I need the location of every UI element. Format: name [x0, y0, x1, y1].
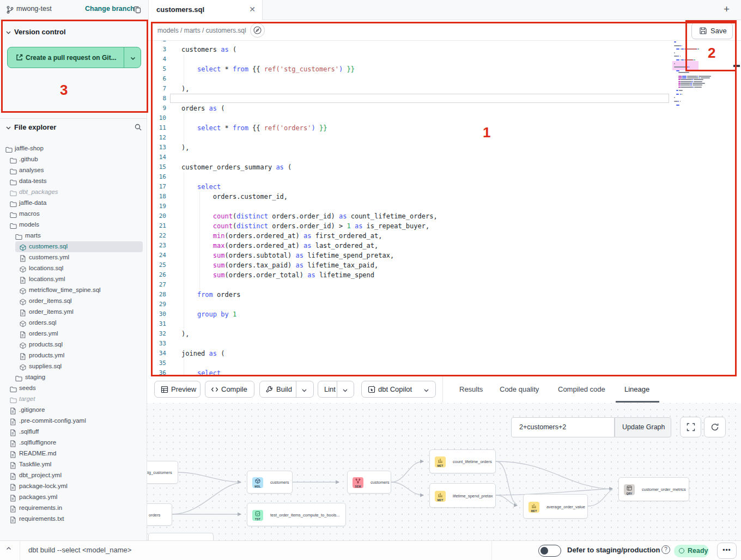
copy-icon[interactable]: [133, 5, 141, 14]
code-editor[interactable]: 1234567891011121314151617181920212223242…: [147, 41, 741, 375]
defer-toggle[interactable]: [538, 545, 561, 557]
lint-button[interactable]: Lint: [318, 381, 354, 398]
save-button[interactable]: Save: [691, 22, 733, 39]
code-line-22: min(orders.ordered_at) as first_ordered_…: [181, 231, 382, 241]
file-explorer-chevron-icon[interactable]: [5, 125, 11, 130]
tree-item-requirements-txt[interactable]: requirements.txt: [0, 514, 147, 525]
search-icon[interactable]: [134, 123, 142, 131]
tree-item-products-yml[interactable]: products.yml: [0, 350, 147, 361]
tree-item-macros[interactable]: macros: [0, 209, 147, 220]
file-icon: [10, 516, 16, 526]
lineage-node-stg-customers[interactable]: MDLstg_customers: [147, 461, 178, 484]
update-graph-button[interactable]: Update Graph: [615, 417, 671, 437]
copilot-dropdown-chevron-icon[interactable]: [423, 387, 429, 393]
version-control-chevron-icon[interactable]: [5, 29, 11, 35]
tree-item-products-sql[interactable]: products.sql: [0, 339, 147, 350]
build-dropdown-chevron-icon[interactable]: [301, 387, 307, 393]
dbt-copilot-button[interactable]: dbt Copilot: [361, 381, 436, 398]
tree-item-orders-yml[interactable]: orders.yml: [0, 328, 147, 339]
tree-item-requirements-in[interactable]: requirements.in: [0, 503, 147, 514]
tree-item-jaffle-shop[interactable]: jaffle-shop: [0, 143, 147, 154]
tree-item--github[interactable]: .github: [0, 154, 147, 165]
lineage-node-orders[interactable]: MDLorders: [147, 503, 172, 526]
tab-code-quality[interactable]: Code quality: [500, 385, 539, 393]
tree-item-dbt-packages[interactable]: dbt_packages: [0, 187, 147, 198]
tree-item-marts[interactable]: marts: [0, 230, 147, 241]
tree-item-supplies-sql[interactable]: supplies.sql: [0, 361, 147, 372]
tree-item-data-tests[interactable]: data-tests: [0, 176, 147, 187]
compass-button[interactable]: [250, 23, 265, 38]
active-line-indicator: [170, 94, 669, 103]
tab-results[interactable]: Results: [459, 385, 483, 393]
tree-item-locations-sql[interactable]: locations.sql: [0, 263, 147, 274]
preview-button[interactable]: Preview: [154, 381, 201, 398]
tab-compiled-code[interactable]: Compiled code: [558, 385, 605, 393]
lineage-search-input[interactable]: 2+customers+2: [511, 417, 615, 437]
tree-item-label: customers.sql: [29, 243, 68, 249]
code-line-34: joined as (: [181, 349, 224, 358]
statusbar-expand-icon[interactable]: [5, 545, 12, 552]
pr-button-label: Create a pull request on Git...: [26, 54, 117, 62]
lineage-node-lifetime-spend-pretax[interactable]: METlifetime_spend_pretax: [429, 483, 496, 508]
version-control-header[interactable]: Version control: [14, 28, 66, 36]
tree-item--sqlfluff[interactable]: .sqlfluff: [0, 427, 147, 437]
tree-item-locations-yml[interactable]: locations.yml: [0, 274, 147, 285]
tree-item-package-lock-yml[interactable]: package-lock.yml: [0, 481, 147, 492]
tree-item-dbt-project-yml[interactable]: dbt_project.yml: [0, 470, 147, 481]
refresh-button[interactable]: [704, 417, 726, 437]
tree-item-order-items-yml[interactable]: order_items.yml: [0, 307, 147, 318]
more-options-button[interactable]: •••: [717, 543, 737, 559]
tree-item-label: models: [19, 221, 39, 228]
tab-customers-sql[interactable]: customers.sql ✕: [148, 0, 263, 20]
line-number: 21: [147, 221, 166, 231]
lineage-node-customers[interactable]: SEMcustomers: [347, 471, 391, 494]
fullscreen-button[interactable]: [680, 417, 701, 437]
tree-item-orders-sql[interactable]: orders.sql: [0, 318, 147, 328]
tree-item-models[interactable]: models: [0, 220, 147, 230]
tree-item-target[interactable]: target: [0, 394, 147, 405]
file-explorer-header[interactable]: File explorer: [14, 123, 56, 131]
build-button[interactable]: Build: [259, 381, 314, 398]
pr-dropdown-chevron-icon[interactable]: [130, 55, 136, 62]
dbt-ide-app: mwong-test Change branch customers.sql ✕…: [0, 0, 741, 560]
tree-item-seeds[interactable]: seeds: [0, 383, 147, 394]
code-line-23: max(orders.ordered_at) as last_ordered_a…: [181, 241, 378, 251]
qry-node-icon: QRY: [624, 484, 635, 495]
tree-item-customers-sql[interactable]: customers.sql: [0, 241, 147, 252]
command-text[interactable]: dbt build --select <model_name>: [28, 546, 131, 554]
tree-item-customers-yml[interactable]: customers.yml: [0, 252, 147, 263]
lineage-node-customers[interactable]: MDLcustomers: [247, 471, 293, 494]
lineage-node-average-order-value[interactable]: METaverage_order_value: [523, 494, 588, 519]
code-line-9: orders as (: [181, 104, 224, 113]
code-line-26: sum(orders.order_total) as lifetime_spen…: [181, 270, 374, 280]
lineage-node-customer-order-metrics[interactable]: QRYcustomer_order_metrics: [618, 477, 689, 501]
met-node-icon: MET: [529, 502, 539, 513]
tree-item--pre-commit-config-yaml[interactable]: .pre-commit-config.yaml: [0, 416, 147, 427]
change-branch-link[interactable]: Change branch: [85, 5, 135, 13]
tab-close-icon[interactable]: ✕: [249, 5, 256, 14]
tree-item-metricflow-time-spine-sql[interactable]: metricflow_time_spine.sql: [0, 285, 147, 296]
lineage-node-partial[interactable]: [148, 533, 214, 540]
minimap[interactable]: [672, 41, 716, 109]
code-line-7: ),: [181, 84, 189, 94]
new-tab-icon[interactable]: +: [724, 3, 730, 15]
lineage-node-label: customers: [270, 480, 289, 485]
tree-item--gitignore[interactable]: .gitignore: [0, 405, 147, 416]
compile-button[interactable]: Compile: [205, 381, 254, 398]
lineage-node-test-order-items-compute-to-bools-[interactable]: TSTtest_order_items_compute_to_bools...: [247, 503, 346, 526]
tree-item-analyses[interactable]: analyses: [0, 165, 147, 176]
tree-item-packages-yml[interactable]: packages.yml: [0, 492, 147, 503]
tree-item-staging[interactable]: staging: [0, 372, 147, 383]
tree-item-readme-md[interactable]: README.md: [0, 448, 147, 459]
lint-dropdown-chevron-icon[interactable]: [342, 387, 348, 393]
tab-lineage[interactable]: Lineage: [624, 385, 649, 393]
tree-item-jaffle-data[interactable]: jaffle-data: [0, 198, 147, 209]
tree-item-taskfile-yml[interactable]: Taskfile.yml: [0, 459, 147, 470]
tst-node-icon: TST: [252, 510, 263, 521]
external-link-icon: [15, 53, 23, 62]
create-pull-request-button[interactable]: Create a pull request on Git...: [7, 47, 141, 68]
help-icon[interactable]: ?: [661, 545, 670, 554]
lineage-node-count-lifetime-orders[interactable]: METcount_lifetime_orders: [429, 449, 496, 473]
tree-item-order-items-sql[interactable]: order_items.sql: [0, 296, 147, 307]
tree-item--sqlfluffignore[interactable]: .sqlfluffignore: [0, 437, 147, 448]
